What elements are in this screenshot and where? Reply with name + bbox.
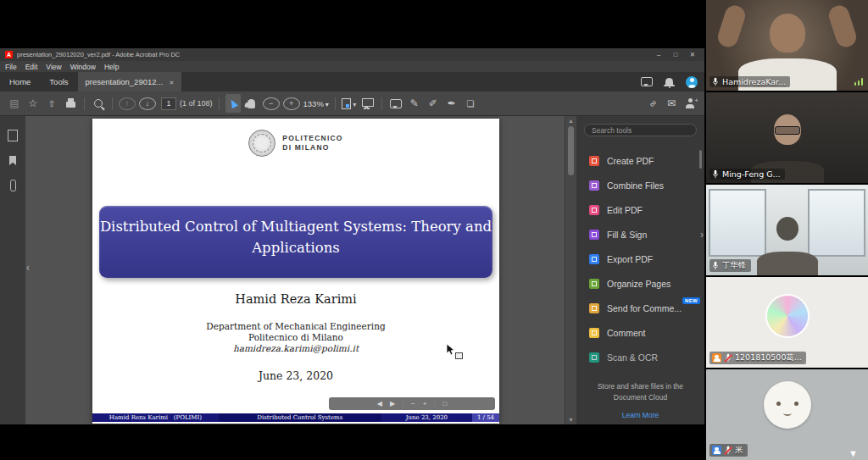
menu-window[interactable]: Window (70, 63, 96, 71)
tool-comment[interactable]: Comment (576, 320, 704, 345)
tool-edit-pdf[interactable]: Edit PDF (576, 197, 704, 222)
hud-previous-page-button[interactable] (377, 400, 382, 407)
tool-send-for-comments[interactable]: Send for Comme... NEW (576, 296, 704, 320)
page-number-input[interactable] (161, 97, 176, 110)
participant-tile-5[interactable]: 米 (706, 369, 868, 460)
pdf-slide-page: POLITECNICO DI MILANO Distributed Contro… (92, 119, 499, 424)
hud-zoom-out-button[interactable] (411, 400, 415, 407)
document-scrollbar[interactable] (565, 116, 576, 424)
comment-icon (589, 328, 599, 338)
zoom-level-value: 133% (303, 99, 324, 108)
slide-title-banner: Distributed Control of Multiagent System… (99, 206, 492, 278)
feedback-bubble-icon[interactable] (641, 77, 653, 86)
tool-combine-files[interactable]: Combine Files (576, 173, 704, 197)
attachments-icon[interactable] (10, 180, 16, 191)
hud-next-page-button[interactable] (390, 400, 395, 407)
tool-fill-sign[interactable]: Fill & Sign (576, 222, 704, 247)
collapse-left-panel-chevron-icon[interactable] (26, 262, 30, 274)
hud-fit-page-button[interactable] (442, 400, 447, 407)
minimize-button[interactable] (650, 48, 667, 61)
polimi-logo: POLITECNICO DI MILANO (92, 130, 499, 157)
previous-page-button[interactable] (119, 97, 136, 110)
menu-help[interactable]: Help (104, 63, 119, 71)
menu-file[interactable]: File (5, 63, 17, 71)
tab-tools[interactable]: Tools (40, 72, 77, 91)
participant-tile-1[interactable]: HamidrezaKar... (706, 0, 868, 91)
mouse-cursor (446, 343, 455, 358)
participant-tile-4[interactable]: 1201810500葛... (706, 277, 868, 368)
participant-name: 丁华锋 (722, 260, 747, 271)
tab-home[interactable]: Home (0, 72, 40, 91)
menu-view[interactable]: View (46, 63, 61, 71)
menu-edit[interactable]: Edit (25, 63, 38, 71)
more-tools-button[interactable] (463, 94, 478, 113)
slide-university: Politecnico di Milano (92, 332, 499, 342)
participant-name: Ming-Feng G... (722, 169, 781, 179)
collapse-strip-arrow-icon[interactable] (849, 448, 858, 458)
participant-name: HamidrezaKar... (722, 77, 786, 86)
document-view[interactable]: POLITECNICO DI MILANO Distributed Contro… (25, 116, 576, 424)
share-link-button[interactable] (641, 91, 665, 115)
zoom-out-button[interactable] (263, 97, 280, 110)
comment-tool-button[interactable] (388, 94, 403, 113)
find-button[interactable] (91, 94, 106, 113)
search-tools-input[interactable] (584, 124, 697, 136)
page-thumbnails-icon[interactable] (8, 130, 18, 141)
navigation-rail (0, 116, 25, 424)
slide-footline: Hamid Reza Karimi (POLIMI) Distributed C… (92, 413, 499, 422)
polimi-seal-icon (248, 130, 275, 157)
hud-zoom-in-button[interactable] (423, 400, 427, 407)
scan-ocr-icon (589, 352, 599, 363)
learn-more-link[interactable]: Learn More (576, 411, 704, 419)
mic-muted-icon (725, 353, 732, 363)
page-count-label: (1 of 108) (180, 99, 213, 108)
page-display-dropdown[interactable] (342, 94, 357, 113)
save-button[interactable] (7, 94, 22, 113)
maximize-button[interactable] (667, 48, 684, 61)
tools-panel: Create PDF Combine Files Edit PDF Fill &… (576, 116, 704, 424)
participant-name-label: 丁华锋 (709, 259, 751, 272)
share-with-others-button[interactable]: + (682, 94, 698, 113)
account-avatar[interactable] (686, 76, 698, 88)
tool-create-pdf[interactable]: Create PDF (576, 148, 704, 173)
pointer-arrow-icon (228, 98, 238, 109)
close-button[interactable] (684, 48, 701, 61)
hand-tool-button[interactable] (244, 94, 259, 113)
zoom-in-button[interactable] (283, 97, 300, 110)
notifications-bell-icon[interactable] (665, 78, 673, 85)
title-bar[interactable]: presentation_29012020_ver2.pdf - Adobe A… (0, 48, 704, 61)
pencil-tool-button[interactable] (407, 94, 422, 113)
participant-name: 1201810500葛... (735, 352, 802, 363)
tool-scan-ocr[interactable]: Scan & OCR (576, 345, 704, 369)
mic-icon (712, 169, 719, 179)
organize-pages-icon (589, 279, 599, 289)
scroll-up-arrow-icon[interactable] (568, 118, 574, 124)
slide-title-line2: Applications (99, 237, 492, 258)
slide-email: hamidreza.karimi@polimi.it (92, 343, 499, 353)
acrobat-window: presentation_29012020_ver2.pdf - Adobe A… (0, 48, 704, 424)
favorites-star-button[interactable] (25, 94, 41, 113)
scrollbar-thumb[interactable] (568, 126, 574, 175)
tab-document[interactable]: presentation_29012... (78, 72, 182, 91)
scroll-down-arrow-icon[interactable] (568, 417, 574, 423)
next-page-button[interactable] (139, 97, 156, 110)
participant-tile-2[interactable]: Ming-Feng G... (706, 92, 868, 183)
bookmarks-icon[interactable] (9, 156, 16, 165)
participant-name-label: 1201810500葛... (709, 352, 806, 364)
zoom-level-dropdown[interactable]: 133% (303, 94, 329, 113)
select-tool-button[interactable] (225, 94, 241, 113)
mic-icon (712, 261, 719, 270)
mic-icon (712, 77, 719, 86)
search-icon (94, 99, 103, 108)
tab-close-icon[interactable] (169, 77, 174, 86)
share-file-button[interactable] (44, 94, 59, 113)
sign-tool-button[interactable] (444, 94, 459, 113)
tool-organize-pages[interactable]: Organize Pages (576, 271, 704, 296)
tool-export-pdf[interactable]: Export PDF (576, 247, 704, 271)
participant-tile-3[interactable]: 丁华锋 (706, 185, 868, 275)
presentation-mode-button[interactable] (360, 94, 376, 113)
send-email-button[interactable] (664, 94, 679, 113)
highlighter-tool-button[interactable] (426, 94, 441, 113)
print-button[interactable] (63, 94, 78, 113)
create-pdf-icon (589, 156, 599, 166)
